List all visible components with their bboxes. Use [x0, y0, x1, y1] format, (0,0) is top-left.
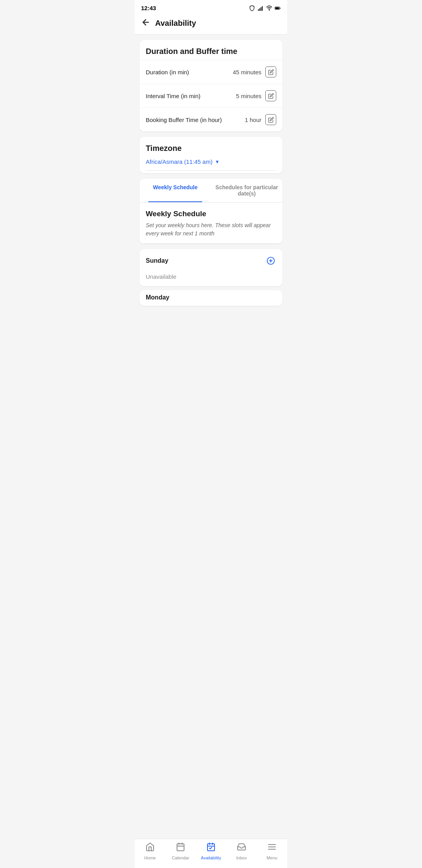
weekly-schedule-info: Weekly Schedule Set your weekly hours he…: [139, 203, 283, 244]
timezone-value: Africa/Asmara (11:45 am): [146, 158, 213, 165]
svg-rect-2: [261, 7, 261, 11]
sunday-add-button[interactable]: [265, 255, 276, 266]
svg-rect-1: [259, 8, 260, 11]
signal-icon: [257, 5, 264, 11]
wifi-icon: [266, 5, 272, 11]
svg-rect-0: [258, 9, 259, 11]
duration-heading: Duration and Buffer time: [139, 40, 283, 60]
svg-rect-7: [275, 7, 279, 9]
page-title: Availability: [155, 19, 196, 28]
status-icons: [249, 5, 281, 11]
status-bar: 12:43: [135, 0, 287, 14]
duration-card: Duration and Buffer time Duration (in mi…: [139, 40, 283, 131]
monday-header: Monday: [139, 290, 283, 305]
sunday-label: Sunday: [146, 257, 168, 264]
sunday-day-card: Sunday Unavailable: [139, 249, 283, 286]
buffer-label: Booking Buffer Time (in hour): [146, 117, 222, 123]
weekly-schedule-description: Set your weekly hours here. These slots …: [146, 221, 276, 238]
svg-point-4: [269, 10, 269, 10]
battery-icon: [275, 5, 281, 11]
monday-label: Monday: [146, 294, 169, 301]
duration-row: Duration (in min) 45 minutes: [139, 60, 283, 84]
timezone-section: Timezone Africa/Asmara (11:45 am) ▼: [139, 137, 283, 173]
shield-icon: [249, 5, 255, 11]
monday-day-card: Monday: [139, 290, 283, 306]
sunday-status: Unavailable: [139, 271, 283, 286]
svg-rect-3: [262, 6, 263, 11]
timezone-heading: Timezone: [146, 144, 276, 153]
buffer-row: Booking Buffer Time (in hour) 1 hour: [139, 108, 283, 131]
interval-row: Interval Time (in min) 5 minutes: [139, 84, 283, 108]
schedule-tabs-card: Weekly Schedule Schedules for particular…: [139, 179, 283, 244]
duration-label: Duration (in min): [146, 69, 189, 75]
buffer-edit-button[interactable]: [265, 114, 276, 125]
interval-label: Interval Time (in min): [146, 93, 200, 99]
weekly-schedule-title: Weekly Schedule: [146, 210, 276, 218]
duration-edit-button[interactable]: [265, 66, 276, 77]
duration-value: 45 minutes: [233, 69, 261, 75]
back-button[interactable]: [141, 18, 150, 29]
interval-edit-button[interactable]: [265, 90, 276, 101]
sunday-header: Sunday: [139, 249, 283, 271]
tab-particular-dates[interactable]: Schedules for particular date(s): [211, 179, 283, 202]
status-time: 12:43: [141, 5, 156, 11]
tabs-header: Weekly Schedule Schedules for particular…: [139, 179, 283, 203]
buffer-value: 1 hour: [245, 117, 261, 123]
tab-weekly-schedule[interactable]: Weekly Schedule: [139, 179, 211, 202]
main-content: Duration and Buffer time Duration (in mi…: [135, 34, 287, 345]
timezone-dropdown[interactable]: Africa/Asmara (11:45 am) ▼: [146, 158, 276, 171]
chevron-down-icon: ▼: [215, 159, 220, 165]
top-nav: Availability: [135, 14, 287, 34]
svg-rect-6: [280, 7, 281, 9]
interval-value: 5 minutes: [236, 93, 261, 99]
